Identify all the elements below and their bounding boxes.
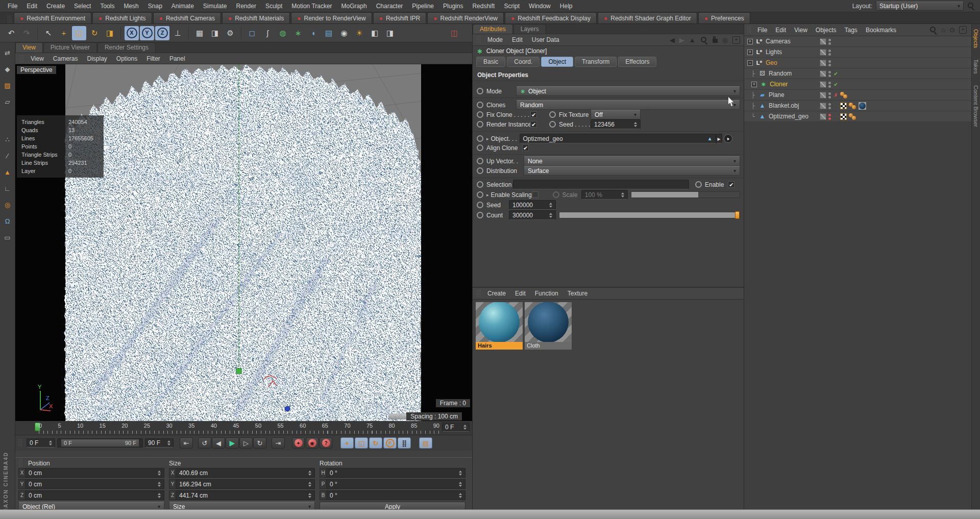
render-instances-checkbox[interactable]: ✔: [530, 121, 537, 128]
layer-chip-icon[interactable]: [820, 92, 826, 98]
visibility-dots-icon[interactable]: [828, 39, 831, 45]
spinner-arrows-icon[interactable]: [306, 482, 311, 487]
spinner-arrows-icon[interactable]: [156, 482, 161, 487]
panel-grip[interactable]: [747, 26, 751, 34]
visibility-dots-icon[interactable]: [828, 103, 831, 109]
coordinate-system-icon[interactable]: ⊥: [170, 26, 185, 40]
home-icon[interactable]: ⌂: [941, 26, 945, 34]
tree-row-blanket[interactable]: ├ ▲ Blanket.obj: [744, 101, 971, 111]
tree-row-lights[interactable]: + L⁰ Lights: [744, 47, 971, 58]
layer-chip-icon[interactable]: [820, 103, 826, 109]
side-tab-content-browser[interactable]: Content Browser: [973, 85, 979, 127]
fix-clone-checkbox[interactable]: ✔: [530, 111, 537, 118]
disabled-cross-icon[interactable]: ✗: [833, 92, 839, 98]
scale-field[interactable]: 100 %: [581, 190, 628, 200]
rotation-p-field[interactable]: P0 °: [320, 479, 465, 489]
visibility-dots-icon[interactable]: [828, 82, 831, 88]
seed-field[interactable]: 123456: [591, 119, 641, 129]
record-pla-toggle[interactable]: ⣿: [398, 437, 411, 449]
menubar-item[interactable]: Character: [372, 1, 408, 12]
material-menu-item[interactable]: Texture: [563, 288, 592, 299]
add-generator-icon[interactable]: ◍: [276, 26, 290, 40]
object-label[interactable]: Blanket.obj: [769, 102, 799, 109]
visibility-dots-icon[interactable]: [828, 71, 831, 77]
tree-row-optizmed-geo[interactable]: └ ▲ Optizmed_geo: [744, 111, 971, 122]
autokey-button[interactable]: ◉: [306, 437, 318, 449]
add-light-icon[interactable]: ☀: [352, 26, 366, 40]
material-name[interactable]: Cloth: [525, 342, 572, 350]
menubar-item[interactable]: Tools: [95, 1, 119, 12]
distribution-dropdown[interactable]: Surface▾: [524, 166, 740, 176]
material-menu-item[interactable]: Edit: [510, 288, 530, 299]
attr-menu-user-data[interactable]: User Data: [527, 34, 564, 45]
keyframe-dot-icon[interactable]: [477, 181, 483, 188]
visibility-dots-icon[interactable]: [828, 114, 831, 120]
uv-tag-icon[interactable]: [840, 103, 847, 109]
model-mode-icon[interactable]: ◆: [2, 63, 14, 75]
add-deformer-icon[interactable]: ◖: [306, 26, 321, 40]
layer-chip-icon[interactable]: [820, 38, 826, 45]
viewport-menu-item[interactable]: Cameras: [48, 53, 83, 64]
menubar-item[interactable]: Script: [499, 1, 524, 12]
keyframe-dot-icon[interactable]: [477, 212, 483, 218]
redshift-toolbar-button[interactable]: ● Preferences: [698, 12, 750, 23]
tab-coord[interactable]: Coord.: [507, 57, 540, 67]
menubar-item[interactable]: Mesh: [119, 1, 143, 12]
live-selection-icon[interactable]: ↖: [41, 26, 56, 40]
tab-object[interactable]: Object: [541, 57, 573, 67]
clapboard-icon-2[interactable]: ◨: [383, 26, 397, 40]
tab-basic[interactable]: Basic: [476, 57, 505, 67]
tab-attributes[interactable]: Attributes: [473, 24, 513, 34]
material-tag-icon[interactable]: [859, 102, 866, 110]
tree-row-plane[interactable]: ├ ▰ Plane ✗: [744, 90, 971, 101]
render-view-icon[interactable]: ▦: [192, 26, 207, 40]
phong-tag-icon[interactable]: [840, 92, 848, 99]
position-z-field[interactable]: Z0 cm: [18, 490, 164, 500]
preview-range-slider[interactable]: 0 F 90 F: [57, 438, 143, 448]
enable-axis-icon[interactable]: ∟: [2, 182, 14, 194]
record-parameter-toggle[interactable]: P: [383, 437, 397, 449]
clapboard-icon-1[interactable]: ◧: [368, 26, 382, 40]
keyframe-dot-icon[interactable]: [477, 88, 483, 94]
menubar-item[interactable]: Create: [42, 1, 69, 12]
menubar-item[interactable]: Pipeline: [407, 1, 438, 12]
count-field[interactable]: 300000: [509, 210, 556, 220]
layer-chip-icon[interactable]: [820, 70, 826, 77]
panel-grip[interactable]: [18, 459, 23, 467]
menubar-item[interactable]: Window: [524, 1, 555, 12]
position-x-field[interactable]: X0 cm: [18, 468, 164, 478]
redshift-toolbar-button[interactable]: ● Redshift Lights: [92, 12, 152, 23]
viewport-menu-item[interactable]: View: [26, 53, 48, 64]
keyframe-dot-icon[interactable]: [549, 111, 556, 118]
end-frame-spinner[interactable]: 90 F: [145, 438, 174, 448]
filter-icon[interactable]: ⊙: [949, 26, 955, 34]
menubar-item[interactable]: Edit: [22, 1, 42, 12]
redshift-toolbar-button[interactable]: ● Redshift RenderView: [427, 12, 504, 23]
render-settings-icon[interactable]: ⚙: [223, 26, 237, 40]
object-label[interactable]: Cloner: [770, 81, 788, 88]
layer-chip-icon[interactable]: [820, 60, 826, 66]
spinner-arrows-icon[interactable]: [457, 471, 462, 476]
material-menu-item[interactable]: Create: [483, 288, 510, 299]
previous-key-button[interactable]: ↺: [198, 437, 211, 449]
menubar-item[interactable]: Select: [69, 1, 95, 12]
add-floor-icon[interactable]: ▤: [322, 26, 336, 40]
om-menu-item[interactable]: Objects: [812, 24, 841, 36]
size-x-field[interactable]: X400.69 cm: [169, 468, 315, 478]
clones-dropdown[interactable]: Random▾: [516, 100, 740, 110]
history-back-icon[interactable]: ◀: [670, 36, 675, 44]
spinner-arrows-icon[interactable]: [547, 203, 552, 208]
panel-grip[interactable]: [476, 289, 481, 298]
add-cube-icon[interactable]: ◻: [245, 26, 259, 40]
layer-chip-icon[interactable]: [820, 49, 826, 56]
fix-texture-dropdown[interactable]: Off▾: [591, 110, 641, 119]
object-picker-button[interactable]: ▲: [724, 134, 732, 143]
viewport-menu-item[interactable]: Display: [82, 53, 111, 64]
uv-tag-icon[interactable]: [840, 113, 847, 120]
object-link-field[interactable]: Optizmed_geo▲: [520, 134, 716, 143]
om-menu-item[interactable]: Edit: [771, 24, 790, 36]
history-forward-icon[interactable]: ▶: [679, 36, 684, 44]
workplane-mode-icon[interactable]: ▱: [2, 95, 14, 108]
enabled-check-icon[interactable]: ✔: [833, 71, 839, 77]
material-hairs[interactable]: Hairs: [476, 302, 523, 350]
